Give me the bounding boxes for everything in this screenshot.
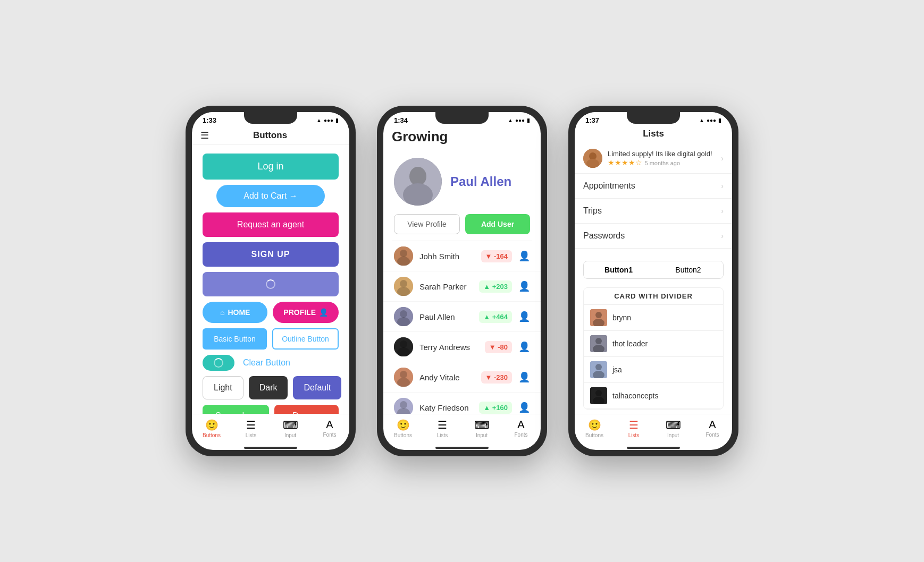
svg-point-1: [409, 167, 426, 186]
signal-icon-3: ●●●: [707, 117, 716, 123]
menu-icon[interactable]: ☰: [200, 130, 209, 141]
phone-2: 1:34 ▲ ●●● ▮ Growing: [377, 106, 547, 456]
phones-container: 1:33 ▲ ●●● ▮ ☰ Buttons Log in Add to Car…: [186, 106, 738, 456]
tab-2-lists[interactable]: ☰ Lists: [423, 419, 462, 438]
review-avatar: [583, 149, 602, 168]
card-with-divider: CARD WITH DIVIDER brynn thot leader: [583, 287, 724, 410]
user-action-icon-0[interactable]: 👤: [518, 250, 530, 262]
card-title: CARD WITH DIVIDER: [584, 288, 723, 305]
signup-button[interactable]: SIGN UP: [203, 242, 339, 267]
default-button[interactable]: Default: [293, 376, 341, 399]
svg-point-13: [400, 340, 407, 348]
list-item-trips[interactable]: Trips ›: [575, 199, 732, 224]
segment-btn2[interactable]: Button2: [653, 261, 723, 278]
loading-spinner: [266, 279, 275, 289]
tab-2-fonts[interactable]: A Fonts: [501, 419, 541, 438]
card-user-item-3: talhaconcepts: [584, 383, 723, 409]
user-action-icon-2[interactable]: 👤: [518, 311, 530, 322]
input-icon: ⌨: [283, 419, 298, 431]
tab-lists[interactable]: ☰ Lists: [231, 419, 271, 438]
card-user-avatar-1: [590, 335, 607, 352]
tab-3-input[interactable]: ⌨ Input: [653, 419, 693, 438]
user-avatar-5: [394, 398, 413, 414]
list-item-appointments[interactable]: Appointments ›: [575, 174, 732, 199]
tab-fonts[interactable]: A Fonts: [310, 419, 349, 438]
tab-2-input[interactable]: ⌨ Input: [462, 419, 501, 438]
wifi-icon-3: ▲: [699, 117, 704, 123]
user-score-3: ▼ -80: [485, 341, 512, 353]
user-action-icon-5[interactable]: 👤: [518, 402, 530, 413]
request-agent-button[interactable]: Request an agent: [203, 212, 339, 237]
user-item: Paul Allen ▲ +464 👤: [383, 302, 541, 332]
phone-3-header: Lists: [575, 126, 732, 143]
secondary-button[interactable]: Secondary: [203, 405, 269, 414]
card-user-item-1: thot leader: [584, 331, 723, 357]
user-action-icon-1[interactable]: 👤: [518, 280, 530, 292]
toggle-button[interactable]: [203, 355, 234, 371]
tab-3-fonts[interactable]: A Fonts: [693, 419, 732, 438]
list-icon-2: ☰: [438, 419, 447, 431]
battery-icon-3: ▮: [718, 117, 721, 123]
toggle-clear-row: Clear Button: [203, 355, 339, 371]
battery-icon-2: ▮: [527, 117, 530, 123]
phone-3-inner: 1:37 ▲ ●●● ▮ Lists: [575, 112, 732, 450]
light-button[interactable]: Light: [203, 376, 243, 399]
svg-point-28: [595, 338, 602, 344]
danger-button[interactable]: Danger: [274, 405, 339, 414]
card-user-avatar-3: [590, 387, 607, 404]
battery-icon: ▮: [335, 117, 339, 123]
home-button[interactable]: ⌂ HOME: [203, 302, 267, 323]
user-action-icon-4[interactable]: 👤: [518, 371, 530, 383]
phone-1-title: Buttons: [209, 130, 331, 141]
review-card[interactable]: Limited supply! Its like digital gold! ★…: [575, 143, 732, 174]
segmented-control: Button1 Button2: [583, 261, 724, 279]
signal-icon: ●●●: [324, 117, 333, 123]
tab-bar-1: 🙂 Buttons ☰ Lists ⌨ Input A Fonts: [192, 414, 349, 445]
add-user-button[interactable]: Add User: [465, 214, 530, 234]
notch-1: [244, 112, 297, 124]
list-icon: ☰: [246, 419, 256, 431]
tab-3-buttons[interactable]: 🙂 Buttons: [575, 419, 614, 438]
view-profile-button[interactable]: View Profile: [394, 214, 460, 234]
list-item-label-2: Passwords: [583, 231, 721, 241]
list-item-passwords[interactable]: Passwords ›: [575, 224, 732, 249]
secondary-danger-row: Secondary Danger: [203, 405, 339, 414]
review-chevron: ›: [721, 154, 724, 163]
profile-section: Paul Allen: [383, 149, 541, 214]
outline-button[interactable]: Outline Button: [272, 328, 339, 350]
profile-button[interactable]: PROFILE 👤: [273, 302, 339, 323]
card-user-name-0: brynn: [612, 313, 631, 322]
card-user-name-2: jsa: [612, 365, 622, 374]
svg-point-25: [595, 312, 602, 318]
user-action-icon-3[interactable]: 👤: [518, 341, 530, 353]
user-avatar-3: [394, 337, 413, 356]
user-score-5: ▲ +160: [479, 402, 512, 414]
phone-2-time: 1:34: [394, 116, 408, 124]
login-button[interactable]: Log in: [203, 154, 339, 180]
tab-input[interactable]: ⌨ Input: [271, 419, 310, 438]
tab-bar-2: 🙂 Buttons ☰ Lists ⌨ Input A Fonts: [383, 414, 541, 445]
dark-button[interactable]: Dark: [249, 376, 288, 399]
user-score-0: ▼ -164: [481, 250, 513, 262]
user-avatar-4: [394, 368, 413, 387]
add-to-cart-button[interactable]: Add to Cart →: [216, 185, 325, 207]
smiley-icon-3: 🙂: [588, 419, 601, 431]
user-item: Andy Vitale ▼ -230 👤: [383, 362, 541, 393]
loading-button[interactable]: [203, 272, 339, 296]
basic-outline-row: Basic Button Outline Button: [203, 328, 339, 350]
svg-point-19: [400, 401, 407, 408]
segment-btn1[interactable]: Button1: [584, 261, 653, 278]
list-item-chevron-1: ›: [721, 207, 724, 215]
home-indicator-3: [627, 447, 680, 449]
tab-3-lists[interactable]: ☰ Lists: [614, 419, 653, 438]
clear-button[interactable]: Clear Button: [243, 358, 290, 368]
svg-point-10: [400, 310, 407, 318]
user-name-5: Katy Friedson: [419, 403, 473, 412]
phone-1-status-icons: ▲ ●●● ▮: [316, 117, 339, 123]
tab-buttons[interactable]: 🙂 Buttons: [192, 419, 231, 438]
signal-icon-2: ●●●: [515, 117, 525, 123]
tab-2-buttons[interactable]: 🙂 Buttons: [383, 419, 423, 438]
basic-button[interactable]: Basic Button: [203, 328, 267, 350]
list-item-pitches[interactable]: Pitches ›: [575, 249, 732, 257]
card-user-item-0: brynn: [584, 305, 723, 331]
